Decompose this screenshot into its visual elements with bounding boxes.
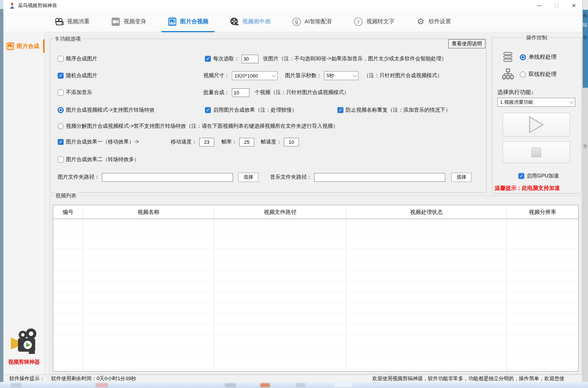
close-button[interactable]: ✕: [565, 0, 582, 11]
tab-video-to-text[interactable]: T 视频转文字: [343, 11, 405, 32]
options-row-1: 顺序合成图片 每次选取： 张图片（注：不勾选则30张->如果添加音乐，图片太少或…: [50, 54, 486, 64]
video-list-table[interactable]: 编号 视频名称 视频文件路径 视频处理状态 视频分辨率: [53, 205, 579, 372]
checkbox-icon[interactable]: [518, 173, 524, 179]
play-icon: [528, 116, 545, 134]
function-select-label: 选择执行功能↓: [497, 89, 534, 96]
radio-label: 图片合成视频模式->支持图片转场特效: [66, 107, 155, 113]
seconds-select[interactable]: 5秒: [324, 71, 358, 80]
dual-thread-radio[interactable]: 双线程处理: [520, 71, 557, 78]
options-title: 9.功能选项: [54, 36, 82, 42]
options-row-8: 图片文件夹路径： 选择 音乐文件夹路径： 选择: [50, 172, 486, 182]
video-size-select[interactable]: 1920*1080: [232, 71, 278, 80]
move-speed-input[interactable]: [199, 138, 214, 146]
radio-icon[interactable]: [58, 123, 64, 129]
prevent-dup-checkbox[interactable]: 防止视频名称重复（注：添加音乐的情况下）: [337, 105, 451, 115]
no-music-checkbox[interactable]: 不添加音乐: [58, 88, 92, 97]
fps-input[interactable]: [239, 138, 254, 146]
frame-speed-field: 帧速度：: [261, 137, 299, 147]
edge-text-fragment: 牛: [583, 34, 588, 41]
options-row-2: 随机合成图片 视频尺寸： 1920*1080 图片显示秒数： 5秒 （注：只针对…: [50, 71, 486, 81]
video-camera-logo-icon: [8, 328, 40, 356]
mode1-radio[interactable]: 图片合成视频模式->支持图片转场特效: [58, 105, 155, 115]
camcorder-icon: [111, 17, 120, 26]
move-speed-label: 移动速度：: [171, 139, 197, 145]
effect2-checkbox[interactable]: 图片合成效果二（转场特效多）: [58, 155, 139, 164]
checkbox-icon[interactable]: [58, 157, 64, 163]
seconds-value: 5秒: [327, 72, 334, 79]
pick-count-checkbox[interactable]: [205, 56, 211, 62]
chevron-down-icon: [353, 73, 357, 77]
radio-icon[interactable]: [58, 107, 64, 113]
tab-ai-dubbing[interactable]: AI智能配音: [281, 11, 343, 32]
sidebar-item-image-compose[interactable]: 图片合成: [6, 39, 45, 54]
column-file-path: 视频文件路径: [214, 205, 346, 371]
tab-label: 视频变身: [124, 18, 146, 25]
music-folder-input[interactable]: [314, 173, 445, 182]
move-speed-field: 移动速度：: [171, 137, 214, 147]
stop-button[interactable]: [503, 142, 570, 163]
taskbar-blob: [96, 383, 108, 387]
music-folder-field: 音乐文件夹路径： 选择: [270, 172, 472, 182]
minimize-button[interactable]: [531, 0, 548, 11]
active-indicator: [43, 39, 45, 53]
gpu-checkbox[interactable]: 启用GPU加速: [518, 173, 559, 179]
batch-input[interactable]: [232, 88, 249, 97]
taskbar-blob: [10, 383, 22, 387]
checkbox-label: 顺序合成图片: [66, 55, 97, 62]
checkbox-label: 启用图片合成效果（注：处理较慢）: [213, 107, 297, 113]
tab-image-to-video[interactable]: 图片合视频: [157, 11, 219, 32]
app-logo-icon: [9, 3, 15, 9]
checkbox-icon[interactable]: [58, 56, 64, 62]
sequence-compose-checkbox[interactable]: 顺序合成图片: [58, 54, 97, 64]
tab-settings[interactable]: ⚙ 软件设置: [405, 11, 462, 32]
image-folder-input[interactable]: [102, 173, 233, 182]
effect1-checkbox[interactable]: 图片合成效果一（移动效果）->: [58, 137, 139, 147]
view-help-button[interactable]: 查看使用说明: [448, 39, 485, 48]
fps-field: 帧率：: [221, 137, 254, 147]
taskbar-blob: [225, 383, 236, 387]
stop-icon: [531, 148, 541, 157]
radio-icon[interactable]: [520, 54, 526, 60]
movie-camera-icon: [55, 17, 64, 26]
checkbox-icon[interactable]: [205, 107, 211, 113]
control-title: 操作控制: [525, 34, 549, 41]
tab-label: 视频消重: [67, 18, 90, 25]
image-icon: [6, 42, 14, 50]
app-window: 菜鸟视频剪辑神器 ✕ 视频消重 视频变身 图片合视频: [3, 0, 583, 382]
mode2-radio[interactable]: 视频分解图片合成视频模式->暂不支持图片转场特效（注：请在下面视频列表右键选择视…: [58, 121, 338, 131]
video-size-value: 1920*1080: [234, 73, 258, 79]
tab-video-transform[interactable]: 视频变身: [100, 11, 157, 32]
tab-label: AI智能配音: [304, 18, 332, 25]
radio-icon[interactable]: [520, 72, 526, 78]
maximize-button[interactable]: [548, 0, 565, 11]
checkbox-icon[interactable]: [58, 139, 64, 145]
options-row-6: 图片合成效果一（移动效果）-> 移动速度： 帧率： 帧速度：: [50, 137, 486, 147]
fps-label: 帧率：: [221, 139, 237, 145]
single-thread-radio[interactable]: 单线程处理: [520, 54, 557, 61]
checkbox-icon[interactable]: [58, 90, 64, 96]
image-folder-field: 图片文件夹路径： 选择: [58, 172, 258, 182]
checkbox-icon[interactable]: [58, 73, 64, 79]
desktop-edge-left: [0, 9, 3, 382]
pick-count-label: 每次选取：: [213, 55, 239, 62]
checkbox-icon[interactable]: [337, 107, 343, 113]
video-list-groupbox: 视频列表 编号 视频名称 视频文件路径 视频处理状态 视频分辨率: [50, 195, 582, 374]
taskbar-sliver: [0, 382, 588, 388]
options-row-4: 图片合成视频模式->支持图片转场特效 启用图片合成效果（注：处理较慢） 防止视频…: [50, 105, 486, 115]
start-button[interactable]: [503, 113, 570, 137]
random-compose-checkbox[interactable]: 随机合成图片: [58, 71, 97, 81]
music-folder-browse-button[interactable]: 选择: [451, 173, 472, 182]
image-folder-browse-button[interactable]: 选择: [238, 173, 258, 182]
tab-video-dedup[interactable]: 视频消重: [44, 11, 100, 32]
column-resolution: 视频分辨率: [507, 205, 578, 371]
pick-count-input[interactable]: [242, 55, 258, 63]
tab-video-pip[interactable]: 视频画中画: [219, 11, 281, 32]
status-bar: 软件操作提示： 软件使用剩余时间：0天0小时1分39秒 欢迎使用视频剪辑神器，软…: [3, 375, 582, 382]
function-select[interactable]: 1.视频消重功能: [497, 98, 575, 107]
enable-effect-checkbox[interactable]: 启用图片合成效果（注：处理较慢）: [205, 105, 297, 115]
frame-speed-input[interactable]: [284, 138, 299, 146]
seconds-note: （注：只针对图片合成视频模式）: [364, 72, 442, 79]
svg-text:T: T: [357, 19, 360, 24]
options-row-7: 图片合成效果二（转场特效多）: [50, 155, 486, 164]
batch-option: 批量合成： 个视频（注：只针对图片合成视频模式）: [203, 88, 349, 97]
